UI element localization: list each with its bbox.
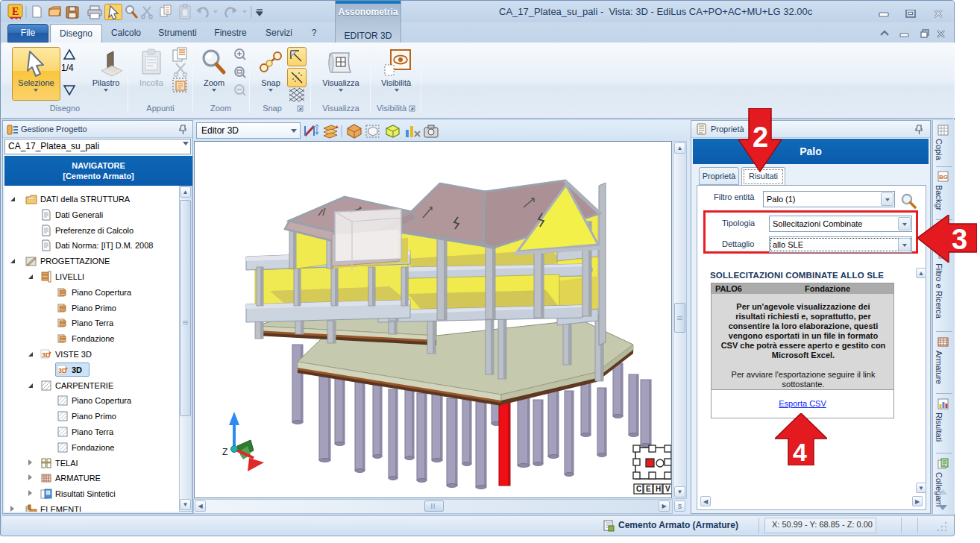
svg-text:Z: Z (222, 447, 227, 457)
svg-text:V: V (665, 485, 670, 493)
svg-text:C: C (636, 485, 641, 493)
svg-text:4: 4 (793, 438, 807, 465)
svg-text:2: 2 (753, 122, 768, 153)
svg-text:E: E (646, 485, 651, 493)
svg-text:BG: BG (939, 174, 948, 181)
svg-text:H: H (656, 485, 661, 493)
svg-text:3: 3 (952, 224, 967, 255)
svg-text:E: E (12, 6, 19, 17)
